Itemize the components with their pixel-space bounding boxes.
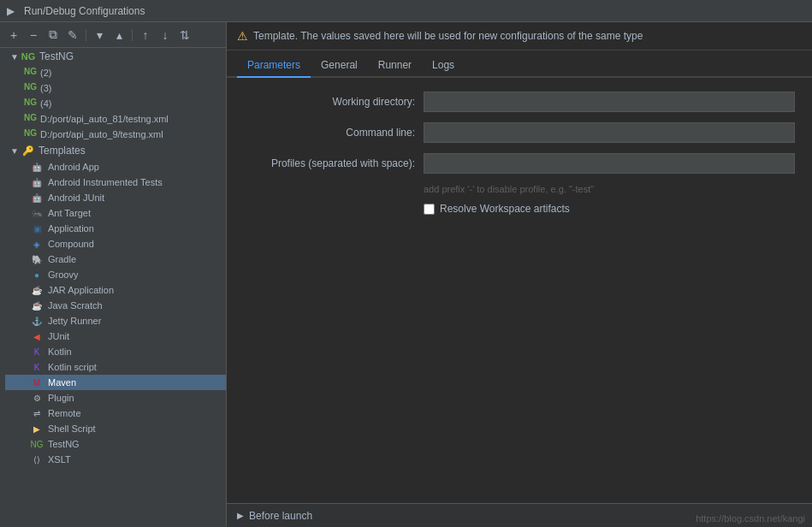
testng-header[interactable]: ▼ NG TestNG bbox=[5, 48, 226, 65]
template-item-shell-script[interactable]: ▶Shell Script bbox=[5, 421, 226, 436]
template-item-java-scratch[interactable]: ☕Java Scratch bbox=[5, 298, 226, 313]
tab-parameters[interactable]: Parameters bbox=[237, 54, 311, 78]
profiles-hint: add prefix '-' to disable profile, e.g. … bbox=[244, 184, 795, 194]
template-label-java-scratch: Java Scratch bbox=[48, 300, 103, 311]
template-icon-android-junit: 🤖 bbox=[31, 192, 43, 204]
template-item-android-instrumented[interactable]: 🤖Android Instrumented Tests bbox=[5, 175, 226, 190]
testng-item[interactable]: NG (3) bbox=[5, 80, 226, 96]
template-icon-kotlin-script: K bbox=[31, 361, 43, 373]
templates-section: ▼ 🔑 Templates 🤖Android App🤖Android Instr… bbox=[0, 142, 226, 467]
template-items: 🤖Android App🤖Android Instrumented Tests🤖… bbox=[5, 159, 226, 467]
template-icon-shell-script: ▶ bbox=[31, 423, 43, 435]
template-item-compound[interactable]: ◈Compound bbox=[5, 236, 226, 252]
command-line-label: Command line: bbox=[244, 127, 415, 139]
template-label-gradle: Gradle bbox=[48, 254, 76, 264]
template-item-groovy[interactable]: ●Groovy bbox=[5, 267, 226, 282]
tab-logs[interactable]: Logs bbox=[422, 54, 465, 78]
testng-group-icon: NG bbox=[22, 50, 34, 62]
command-line-input[interactable] bbox=[424, 122, 795, 143]
edit-button[interactable]: ✎ bbox=[64, 27, 81, 44]
right-panel: ⚠ Template. The values saved here will b… bbox=[227, 22, 812, 527]
template-item-plugin[interactable]: ⚙Plugin bbox=[5, 390, 226, 406]
template-item-android-junit[interactable]: 🤖Android JUnit bbox=[5, 190, 226, 205]
template-item-android-app[interactable]: 🤖Android App bbox=[5, 159, 226, 175]
profiles-row: Profiles (separated with space): bbox=[244, 153, 795, 174]
template-icon-junit: ◀ bbox=[31, 330, 43, 342]
testng-item-icon: NG bbox=[24, 113, 36, 125]
content-area: Working directory: Command line: Profile… bbox=[227, 78, 812, 503]
working-directory-row: Working directory: bbox=[244, 92, 795, 112]
template-icon-ant-target: 🐜 bbox=[31, 207, 43, 219]
template-icon-xslt: ⟨⟩ bbox=[31, 453, 43, 465]
template-item-maven[interactable]: MMaven bbox=[5, 375, 226, 390]
toolbar: + − ⧉ ✎ ▾ ▴ ↑ ↓ ⇅ bbox=[0, 22, 226, 48]
template-icon-groovy: ● bbox=[31, 269, 43, 281]
templates-icon: 🔑 bbox=[22, 145, 34, 157]
template-item-kotlin[interactable]: KKotlin bbox=[5, 344, 226, 359]
testng-item-label: D:/port/api_auto_9/testng.xml bbox=[40, 129, 163, 139]
profiles-label: Profiles (separated with space): bbox=[244, 157, 415, 169]
working-directory-input[interactable] bbox=[424, 92, 795, 112]
warning-icon: ⚠ bbox=[237, 29, 248, 43]
template-icon-kotlin: K bbox=[31, 346, 43, 358]
profiles-input[interactable] bbox=[424, 153, 795, 174]
title-bar-text: Run/Debug Configurations bbox=[24, 5, 145, 17]
remove-button[interactable]: − bbox=[25, 27, 42, 44]
template-item-remote[interactable]: ⇌Remote bbox=[5, 406, 226, 421]
template-label-android-app: Android App bbox=[48, 162, 99, 172]
tabs-bar: Parameters General Runner Logs bbox=[227, 50, 812, 78]
template-item-application[interactable]: ▣Application bbox=[5, 221, 226, 236]
template-icon-jar-application: ☕ bbox=[31, 284, 43, 296]
testng-item[interactable]: NGD:/port/api_auto_9/testng.xml bbox=[5, 127, 226, 142]
template-label-kotlin: Kotlin bbox=[48, 346, 72, 357]
warning-bar: ⚠ Template. The values saved here will b… bbox=[227, 22, 812, 50]
testng-item-label: D:/port/api_auto_81/testng.xml bbox=[40, 114, 169, 124]
testng-item[interactable]: NG (4) bbox=[5, 96, 226, 111]
testng-item[interactable]: NG (2) bbox=[5, 65, 226, 80]
tab-runner[interactable]: Runner bbox=[368, 54, 422, 78]
template-item-testng[interactable]: NGTestNG bbox=[5, 436, 226, 452]
template-label-android-junit: Android JUnit bbox=[48, 192, 104, 203]
sort-button[interactable]: ⇅ bbox=[176, 27, 193, 44]
left-panel: + − ⧉ ✎ ▾ ▴ ↑ ↓ ⇅ ▼ NG TestNG NG (2)NG (… bbox=[0, 22, 227, 527]
testng-items: NG (2)NG (3)NG (4)NGD:/port/api_auto_81/… bbox=[5, 65, 226, 142]
arrow-up-button[interactable]: ▴ bbox=[110, 27, 127, 44]
template-item-jar-application[interactable]: ☕JAR Application bbox=[5, 282, 226, 298]
template-label-xslt: XSLT bbox=[48, 454, 71, 465]
testng-item-label: (4) bbox=[40, 98, 51, 109]
template-item-kotlin-script[interactable]: KKotlin script bbox=[5, 359, 226, 375]
testng-item-label: (3) bbox=[40, 83, 51, 93]
testng-item[interactable]: NGD:/port/api_auto_81/testng.xml bbox=[5, 111, 226, 127]
template-label-remote: Remote bbox=[48, 408, 81, 418]
template-label-plugin: Plugin bbox=[48, 393, 74, 403]
title-bar: ▶ Run/Debug Configurations bbox=[0, 0, 812, 22]
template-label-compound: Compound bbox=[48, 239, 94, 249]
template-item-junit[interactable]: ◀JUnit bbox=[5, 329, 226, 344]
working-directory-label: Working directory: bbox=[244, 96, 415, 108]
tab-general[interactable]: General bbox=[311, 54, 368, 78]
before-launch-chevron: ▶ bbox=[237, 511, 244, 520]
testng-item-icon: NG bbox=[24, 98, 36, 110]
add-button[interactable]: + bbox=[5, 27, 22, 44]
testng-item-icon: NG bbox=[24, 67, 36, 79]
main-container: + − ⧉ ✎ ▾ ▴ ↑ ↓ ⇅ ▼ NG TestNG NG (2)NG (… bbox=[0, 22, 812, 527]
template-icon-maven: M bbox=[31, 376, 43, 388]
templates-header[interactable]: ▼ 🔑 Templates bbox=[5, 142, 226, 159]
template-label-shell-script: Shell Script bbox=[48, 423, 96, 434]
template-label-testng: TestNG bbox=[48, 439, 80, 449]
template-item-xslt[interactable]: ⟨⟩XSLT bbox=[5, 452, 226, 467]
template-item-gradle[interactable]: 🐘Gradle bbox=[5, 252, 226, 267]
template-item-ant-target[interactable]: 🐜Ant Target bbox=[5, 205, 226, 221]
move-down-button[interactable]: ↓ bbox=[157, 27, 174, 44]
move-up-button[interactable]: ↑ bbox=[137, 27, 154, 44]
copy-button[interactable]: ⧉ bbox=[44, 27, 62, 44]
template-label-jetty-runner: Jetty Runner bbox=[48, 316, 101, 326]
testng-item-label: (2) bbox=[40, 68, 51, 78]
template-label-groovy: Groovy bbox=[48, 269, 78, 280]
testng-group: ▼ NG TestNG NG (2)NG (3)NG (4)NGD:/port/… bbox=[0, 48, 226, 142]
template-item-jetty-runner[interactable]: ⚓Jetty Runner bbox=[5, 313, 226, 329]
templates-label: Templates bbox=[39, 145, 86, 157]
resolve-workspace-checkbox[interactable] bbox=[424, 204, 435, 215]
bottom-url: https://blog.csdn.net/kangi bbox=[696, 513, 805, 524]
arrow-down-button[interactable]: ▾ bbox=[91, 27, 108, 44]
